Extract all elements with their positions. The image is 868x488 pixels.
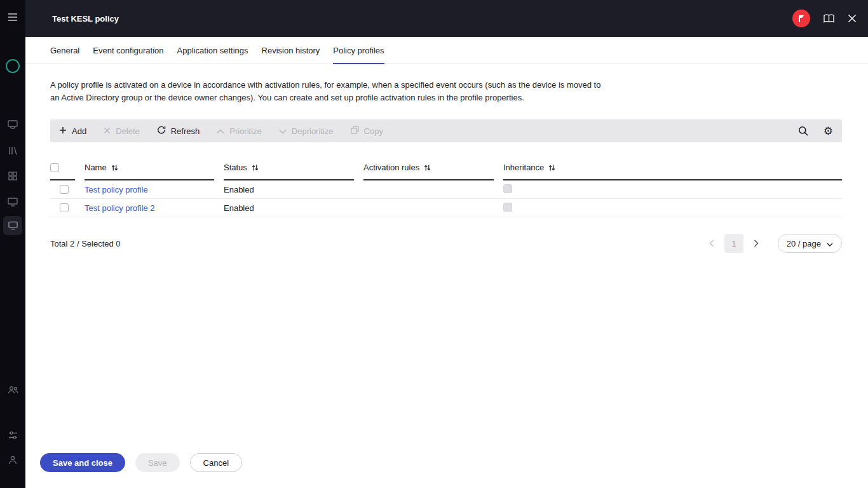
window-title: Test KESL policy [52, 14, 119, 24]
help-book-icon[interactable] [823, 14, 835, 24]
deprioritize-button[interactable]: Deprioritize [279, 126, 334, 136]
refresh-button[interactable]: Refresh [157, 126, 200, 136]
plus-icon [59, 126, 67, 136]
tab-application-settings[interactable]: Application settings [177, 37, 248, 64]
sort-icon [424, 164, 431, 172]
sort-icon [111, 164, 118, 172]
sort-icon [252, 164, 259, 172]
deprioritize-button-label: Deprioritize [292, 126, 334, 136]
current-page[interactable]: 1 [724, 234, 743, 253]
save-and-close-button[interactable]: Save and close [40, 453, 125, 472]
add-button-label: Add [72, 126, 86, 136]
tab-revision-history[interactable]: Revision history [262, 37, 320, 64]
apps-grid-icon[interactable] [0, 172, 25, 180]
copy-icon [351, 126, 359, 136]
profile-status: Enabled [224, 203, 254, 213]
table-header-row: Name Status Activation rules Inheri [50, 158, 842, 180]
product-logo-icon[interactable] [0, 58, 25, 74]
column-header-status[interactable]: Status [224, 158, 354, 180]
profiles-description: A policy profile is activated on a devic… [50, 79, 604, 104]
table-footer: Total 2 / Selected 0 1 20 / page [50, 234, 842, 253]
gear-icon[interactable]: ⚙ [824, 126, 833, 137]
chevron-up-icon [217, 126, 224, 136]
tab-general[interactable]: General [50, 37, 79, 64]
window-titlebar: Test KESL policy [25, 0, 868, 37]
refresh-icon [157, 126, 166, 136]
delete-x-icon [104, 126, 111, 136]
users-icon[interactable] [0, 386, 25, 394]
delete-button-label: Delete [116, 126, 140, 136]
profile-name-link[interactable]: Test policy profile 2 [85, 203, 155, 213]
row-checkbox[interactable] [60, 203, 69, 212]
chevron-down-icon [279, 126, 287, 136]
column-header-name[interactable]: Name [85, 158, 214, 180]
monitoring-icon[interactable] [0, 120, 25, 130]
dialog-actions: Save and close Save Cancel [25, 453, 868, 488]
search-icon[interactable] [798, 126, 808, 136]
kaspersky-logo-badge[interactable] [792, 10, 810, 27]
selection-summary: Total 2 / Selected 0 [50, 239, 121, 248]
copy-button-label: Copy [364, 126, 383, 136]
profiles-toolbar: Add Delete Refresh Prioritize [50, 119, 842, 142]
table-row: Test policy profile 2 Enabled [50, 199, 842, 217]
inheritance-checkbox [503, 184, 512, 193]
column-header-activation-rules[interactable]: Activation rules [363, 158, 494, 180]
add-button[interactable]: Add [59, 126, 86, 136]
app-window: Test KESL policy General Event configura… [0, 0, 868, 488]
devices-icon[interactable] [0, 198, 25, 207]
delete-button[interactable]: Delete [104, 126, 140, 136]
save-button[interactable]: Save [135, 453, 180, 472]
sort-icon [548, 164, 555, 172]
active-nav-item[interactable] [3, 216, 22, 235]
policy-tabs: General Event configuration Application … [25, 37, 868, 64]
next-page-icon[interactable] [749, 234, 764, 253]
inheritance-checkbox [503, 203, 512, 212]
menu-icon[interactable] [0, 13, 25, 22]
prev-page-icon[interactable] [704, 234, 719, 253]
page-size-value: 20 / page [787, 239, 821, 248]
prioritize-button[interactable]: Prioritize [217, 126, 262, 136]
tab-event-configuration[interactable]: Event configuration [93, 37, 163, 64]
close-icon[interactable] [848, 14, 857, 23]
profile-status: Enabled [224, 185, 254, 194]
pagination: 1 20 / page [704, 234, 842, 253]
library-icon[interactable] [0, 146, 25, 155]
row-checkbox[interactable] [60, 185, 69, 194]
tab-policy-profiles[interactable]: Policy profiles [333, 37, 384, 64]
account-icon[interactable] [0, 456, 25, 464]
prioritize-button-label: Prioritize [229, 126, 262, 136]
cancel-button[interactable]: Cancel [190, 453, 242, 472]
profiles-table: Name Status Activation rules Inheri [50, 158, 842, 217]
page-size-select[interactable]: 20 / page [778, 234, 842, 253]
table-row: Test policy profile Enabled [50, 180, 842, 199]
select-all-checkbox[interactable] [50, 163, 59, 172]
chevron-down-icon [827, 239, 833, 248]
copy-button[interactable]: Copy [351, 126, 383, 136]
profile-name-link[interactable]: Test policy profile [85, 185, 148, 194]
sidebar-nav [0, 0, 25, 488]
refresh-button-label: Refresh [171, 126, 200, 136]
column-header-inheritance[interactable]: Inheritance [503, 158, 842, 180]
console-settings-icon[interactable] [0, 431, 25, 440]
